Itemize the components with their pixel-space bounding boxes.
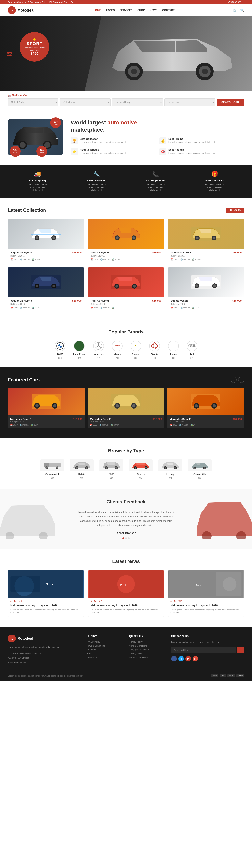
select-mileage[interactable]: Select Mileage [112,98,163,106]
feat-card-1: Mercedes Benz E $16,000 Build year: 2015… [88,388,164,428]
quick-link-0[interactable]: Privacy Policy [129,641,165,643]
svg-point-14 [52,237,55,239]
brand-toyota[interactable]: Toyota 380 [149,341,160,359]
quick-link-2[interactable]: Copyright Disclaimer [129,649,165,651]
feat-km-1: 🛣️ 2074+ [111,424,119,426]
twitter-icon[interactable]: t [178,656,184,661]
hero-wings: ≋ [6,49,12,58]
nav-news[interactable]: NEWS [150,9,157,12]
svg-point-7 [20,142,26,148]
bmw-name: BMW [57,353,63,355]
youtube-icon[interactable]: ▶ [185,656,191,661]
brand-bmw[interactable]: BMW 353 [55,341,65,359]
nav-home[interactable]: HOME [93,9,101,12]
brand-mercedes[interactable]: Mercedes 254 [93,341,104,359]
car-year-2: 📅 2020 [170,258,178,261]
select-brand[interactable]: Select Brand [164,98,215,106]
info-link-2[interactable]: Our Shop [87,649,123,651]
brands-grid: BMW 353 LR Land Rover 374 Mercedes 254 [8,341,244,359]
car-trans-1: ⚙️ Manual [100,258,109,261]
car-trans-5: ⚙️ Manual [180,307,190,309]
shipping-desc: Lorem ipsum dolor sit amet consectetur a… [26,184,49,192]
facebook-icon[interactable]: f [171,656,177,661]
googleplus-icon[interactable]: g+ [193,656,198,661]
stats-section: 50+ Sells 10+ Brands 20+ Tags World larg… [0,109,252,165]
type-commercial[interactable]: Commercial 860 [40,460,64,479]
feat-name-1: Mercedes Benz E [90,417,111,421]
brand-landrover[interactable]: LR Land Rover 374 [73,341,85,359]
svg-point-77 [86,467,87,469]
subscribe-button[interactable]: → [237,647,244,653]
popular-brands-section: Popular Brands BMW 353 LR Land Rover 3 [0,321,252,367]
svg-point-19 [132,237,135,239]
search-icon[interactable]: 🔍 [240,8,244,12]
car-card-img-1 [88,219,164,249]
info-link-4[interactable]: Contact Us [87,656,123,659]
nav-contact[interactable]: CONTACT [162,9,175,12]
type-sports[interactable]: Sports 324 [129,460,153,479]
brand-audi[interactable]: Audi 321 [187,341,197,359]
feedback-text: Lorem ipsum dolor sit amet, consectetur … [77,510,175,527]
jaguar-logo: JAGUAR [168,341,179,351]
cart-icon[interactable]: 🛒 [233,8,237,12]
type-hybrid[interactable]: Hybrid 320 [70,460,94,479]
arrow-next[interactable]: › [238,377,244,383]
news-card-0: News 01. Jan 2018 Main reasons to buy lu… [8,570,84,617]
audi-count: 321 [190,357,194,359]
car-card-4: Audi A8 Hybrid $16,000 Build year: 2016 … [88,267,164,311]
car-km-3: 🛣️ 2074+ [32,307,40,309]
nav-shop[interactable]: SHOP [137,9,145,12]
type-suv[interactable]: SUV 643 [99,460,123,479]
hero-badge: ⬤ SPORT Lorem ipsum dolor sit amet conse… [20,32,49,62]
ratings-desc: Lorem ipsum dolor sit amet consectetur a… [168,152,215,155]
toyota-count: 380 [153,357,156,359]
dot-1[interactable] [122,537,124,539]
car-specs-4: 📅 2020 ⚙️ Manual 🛣️ 2074+ [91,307,162,309]
luxury-icon [158,460,182,471]
svg-point-83 [135,467,136,469]
car-year-4: 📅 2020 [91,307,98,309]
footer-quick-links: Privacy Policy News & Conditions Copyrig… [129,641,165,659]
type-luxury[interactable]: Luxury 324 [158,460,182,479]
subscribe-email-input[interactable] [171,647,236,653]
dot-2[interactable] [125,537,127,539]
select-body[interactable]: Select Body [8,98,59,106]
feature-help: 📞 24/7 Help Center Lorem ipsum dolor sit… [144,171,167,192]
all-cars-button[interactable]: ALL CARS [226,208,244,213]
feature-gifts: 🎁 Sure Gift Packs Lorem ipsum dolor sit … [203,171,226,192]
quick-link-1[interactable]: News & Conditions [129,645,165,647]
nav-pages[interactable]: PAGES [106,9,115,12]
svg-point-29 [52,285,55,287]
svg-point-75 [76,467,77,469]
brand-porsche[interactable]: P Porsche 385 [130,341,141,359]
bmw-count: 353 [58,357,62,359]
select-make[interactable]: Select Make [60,98,111,106]
pricing-desc: Lorem ipsum dolor sit amet consectetur a… [168,141,215,144]
car-price-2: $16,000 [232,251,242,254]
dot-3[interactable] [128,537,130,539]
arrow-prev[interactable]: ‹ [231,377,237,383]
pricing-title: Best Pricing [168,137,215,141]
svg-point-62 [132,404,135,407]
car-price-0: $18,000 [72,251,82,254]
hero-badge-desc: Lorem ipsum dolor sit amet consectetur [20,46,49,52]
quick-link-3[interactable]: Privacy Policy [129,652,165,655]
ratings-icon: 🎯 [159,148,166,155]
type-convertible[interactable]: Convertible 208 [188,460,212,479]
quick-link-4[interactable]: Terms & Conditions [129,656,165,659]
svg-text:Photo: Photo [120,584,127,587]
car-price-3: $16,000 [72,299,82,302]
info-link-0[interactable]: Privacy Policy [87,641,123,643]
stats-title: World largest automotive marketplace. [71,119,244,133]
car-km-5: 🛣️ 2074+ [192,307,200,309]
logo-icon: 🏎 [8,6,16,14]
nav-services[interactable]: SERVICES [120,9,133,12]
car-specs-5: 📅 2020 ⚙️ Manual 🛣️ 2074+ [170,307,242,309]
info-link-3[interactable]: Blog [87,652,123,655]
brand-nissan[interactable]: NISSAN Nissan 241 [112,341,123,359]
info-link-1[interactable]: News & Conditions [87,645,123,647]
brand-jaguar[interactable]: JAGUAR Jaguar 396 [168,341,179,359]
news-img-2: News [168,570,244,598]
car-specs-3: 📅 2020 ⚙️ Manual 🛣️ 2074+ [10,307,82,309]
search-button[interactable]: SEARCH CAR [217,99,244,105]
